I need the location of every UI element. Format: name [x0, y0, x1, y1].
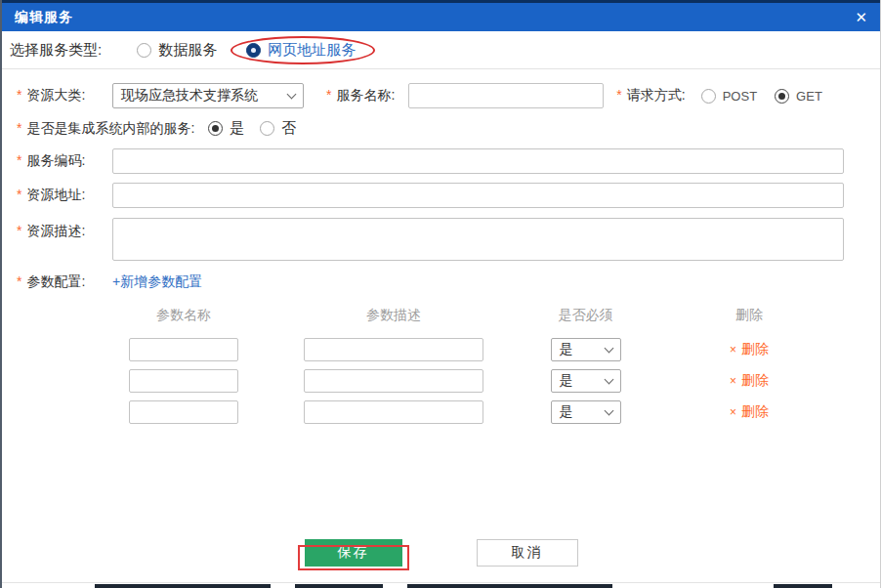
radio-selected-icon[interactable] — [775, 89, 789, 104]
chevron-down-icon — [604, 374, 613, 384]
table-row-cell: 是 — [534, 334, 637, 365]
table-row-cell — [114, 334, 253, 365]
save-button[interactable]: 保存 — [305, 539, 402, 567]
service-type-option-web[interactable]: 网页地址服务 — [240, 39, 361, 62]
dialog-title: 编辑服务 — [15, 9, 73, 26]
service-name-label: * 服务名称: — [304, 87, 395, 105]
required-mark: * — [17, 273, 21, 289]
request-method-option-label: GET — [796, 89, 822, 104]
radio-selected-icon[interactable] — [208, 121, 223, 136]
request-method-option-get[interactable]: GET — [775, 89, 822, 104]
table-row-cell — [114, 365, 253, 397]
required-mark: * — [616, 87, 621, 103]
service-type-option-label: 数据服务 — [158, 41, 217, 60]
required-mark: * — [326, 87, 331, 103]
internal-service-option-no[interactable]: 否 — [260, 119, 296, 138]
required-mark: * — [17, 87, 21, 103]
param-required-select[interactable]: 是 — [551, 400, 621, 424]
service-type-option-data[interactable]: 数据服务 — [137, 41, 217, 60]
delete-row-link[interactable]: × 删除 — [730, 341, 769, 358]
param-table: 参数名称 参数描述 是否必须 删除 是 × 删除 — [114, 303, 880, 428]
internal-service-option-yes[interactable]: 是 — [208, 119, 244, 138]
resource-category-label: * 资源大类: — [2, 87, 112, 105]
resource-description-textarea[interactable] — [112, 218, 844, 261]
internal-service-option-label: 否 — [281, 119, 296, 138]
resource-category-value: 现场应急技术支撑系统 — [121, 87, 258, 105]
service-code-label: * 服务编码: — [2, 152, 112, 170]
required-mark: * — [17, 120, 21, 136]
required-mark: * — [17, 223, 21, 238]
cancel-button[interactable]: 取消 — [477, 539, 578, 567]
background-page-edge — [2, 583, 880, 588]
radio-unselected-icon[interactable] — [260, 121, 274, 136]
table-row-cell: × 删除 — [637, 397, 861, 428]
table-row-cell: × 删除 — [637, 334, 861, 365]
edit-service-dialog: 编辑服务 ✕ 选择服务类型: 数据服务 网页地址服务 * 资源大类: 现场应急技… — [0, 0, 881, 588]
param-table-header-name: 参数名称 — [114, 303, 253, 334]
param-config-label: * 参数配置: — [2, 273, 112, 291]
chevron-down-icon — [604, 405, 613, 415]
delete-label: 删除 — [741, 372, 769, 390]
param-table-header-description: 参数描述 — [253, 303, 534, 334]
table-row-cell: 是 — [534, 365, 637, 397]
param-required-value: 是 — [560, 341, 573, 358]
form-body: * 资源大类: 现场应急技术支撑系统 * 服务名称: * 请求方式: POST — [2, 83, 880, 428]
save-button-wrap: 保存 — [305, 539, 402, 567]
delete-label: 删除 — [741, 341, 769, 358]
request-method-option-label: POST — [723, 89, 757, 104]
chevron-down-icon — [604, 343, 613, 353]
resource-address-label: * 资源地址: — [2, 187, 112, 204]
row-service-code: * 服务编码: — [2, 148, 880, 174]
chevron-down-icon — [287, 89, 297, 99]
request-method-option-post[interactable]: POST — [701, 89, 757, 104]
resource-category-select[interactable]: 现场应急技术支撑系统 — [112, 83, 304, 108]
param-description-input[interactable] — [304, 400, 483, 424]
required-mark: * — [17, 152, 21, 168]
row-internal-service: * 是否是集成系统内部的服务: 是 否 — [2, 119, 880, 138]
param-required-select[interactable]: 是 — [551, 338, 621, 361]
service-name-input[interactable] — [408, 83, 604, 108]
table-row-cell — [114, 397, 253, 428]
service-type-label: 选择服务类型: — [10, 41, 102, 60]
red-ellipse-annotation — [231, 36, 375, 64]
close-icon[interactable]: ✕ — [855, 10, 867, 24]
param-required-select[interactable]: 是 — [551, 369, 621, 393]
delete-row-link[interactable]: × 删除 — [730, 403, 769, 421]
row-param-config: * 参数配置: +新增参数配置 — [2, 273, 880, 291]
dialog-footer: 保存 取消 — [2, 539, 880, 567]
row-resource-address: * 资源地址: — [2, 183, 880, 208]
row-category-name-method: * 资源大类: 现场应急技术支撑系统 * 服务名称: * 请求方式: POST — [2, 83, 880, 108]
delete-label: 删除 — [741, 403, 769, 421]
request-method-label: * 请求方式: — [604, 87, 685, 105]
param-table-header-delete: 删除 — [637, 303, 861, 334]
delete-x-icon: × — [730, 374, 736, 388]
table-row-cell: × 删除 — [637, 365, 861, 397]
add-param-config-link[interactable]: +新增参数配置 — [112, 273, 202, 291]
param-description-input[interactable] — [304, 338, 483, 361]
resource-address-input[interactable] — [112, 183, 844, 208]
radio-unselected-icon[interactable] — [701, 89, 716, 104]
service-type-row: 选择服务类型: 数据服务 网页地址服务 — [2, 31, 880, 69]
param-table-header-required: 是否必须 — [534, 303, 637, 334]
radio-unselected-icon[interactable] — [137, 43, 151, 58]
param-name-input[interactable] — [129, 369, 238, 393]
table-row-cell — [253, 334, 534, 365]
table-row-cell: 是 — [534, 397, 637, 428]
param-name-input[interactable] — [129, 400, 238, 424]
table-row-cell — [253, 397, 534, 428]
delete-x-icon: × — [730, 343, 736, 357]
internal-service-label: * 是否是集成系统内部的服务: — [2, 120, 194, 138]
delete-row-link[interactable]: × 删除 — [730, 372, 769, 390]
param-description-input[interactable] — [304, 369, 483, 393]
param-required-value: 是 — [560, 403, 573, 421]
param-name-input[interactable] — [129, 338, 238, 361]
delete-x-icon: × — [730, 405, 736, 419]
dialog-titlebar: 编辑服务 ✕ — [2, 3, 880, 31]
resource-description-label: * 资源描述: — [2, 218, 112, 240]
row-resource-description: * 资源描述: — [2, 218, 880, 261]
required-mark: * — [17, 187, 21, 202]
internal-service-option-label: 是 — [230, 119, 244, 138]
table-row-cell — [253, 365, 534, 397]
service-code-input[interactable] — [112, 148, 844, 174]
param-required-value: 是 — [560, 372, 573, 390]
